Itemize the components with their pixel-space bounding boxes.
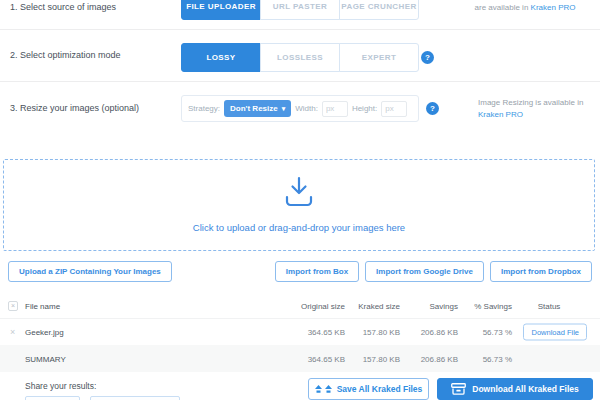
tab-file-uploader[interactable]: FILE UPLOADER bbox=[181, 0, 261, 20]
mode-section-label: 2. Select optimization mode bbox=[10, 50, 121, 60]
width-input[interactable] bbox=[322, 101, 348, 117]
chevron-down-icon bbox=[282, 104, 286, 113]
tab-url-paster[interactable]: URL PASTER bbox=[260, 0, 340, 20]
tab-page-cruncher[interactable]: PAGE CRUNCHER bbox=[339, 0, 419, 20]
section-divider bbox=[0, 81, 600, 82]
table-header: File name Original size Kraked size Savi… bbox=[0, 293, 600, 318]
summary-kraked-size: 157.80 KB bbox=[363, 354, 400, 363]
save-cloud-arrows-icon bbox=[315, 384, 332, 395]
header-status: Status bbox=[510, 301, 588, 310]
pro-note-top-text: are available in bbox=[475, 3, 529, 12]
table-row: Geeker.jpg 364.65 KB 157.80 KB 206.86 KB… bbox=[0, 318, 600, 345]
row-savings: 206.86 KB bbox=[421, 328, 458, 337]
resize-controls: Strategy: Don't Resize Width: Height: bbox=[181, 95, 419, 122]
kraken-pro-link-resize[interactable]: Kraken PRO bbox=[478, 110, 523, 119]
section-divider bbox=[0, 29, 600, 30]
download-all-label: Download All Kraked Files bbox=[472, 384, 578, 394]
strategy-label: Strategy: bbox=[188, 104, 220, 113]
pro-note-resize: Image Resizing is available in Kraken PR… bbox=[478, 97, 593, 121]
source-section-label: 1. Select source of images bbox=[10, 2, 116, 12]
summary-label: SUMMARY bbox=[25, 354, 66, 363]
share-results-label: Share your results: bbox=[25, 381, 96, 391]
tab-lossless[interactable]: LOSSLESS bbox=[260, 43, 340, 72]
save-all-kraked-files-button[interactable]: Save All Kraked Files bbox=[308, 378, 429, 400]
download-file-button[interactable]: Download File bbox=[523, 324, 587, 341]
row-file-name: Geeker.jpg bbox=[25, 328, 64, 337]
header-savings: Savings bbox=[430, 301, 458, 310]
height-label: Height: bbox=[352, 104, 377, 113]
import-dropbox-button[interactable]: Import from Dropbox bbox=[490, 261, 592, 282]
header-pct-savings: % Savings bbox=[474, 301, 512, 310]
upload-zip-button[interactable]: Upload a ZIP Containing Your Images bbox=[8, 261, 172, 282]
tab-expert[interactable]: EXPERT bbox=[339, 43, 419, 72]
height-input[interactable] bbox=[381, 101, 407, 117]
row-pct-savings: 56.73 % bbox=[483, 328, 512, 337]
upload-instruction: Click to upload or drag-and-drop your im… bbox=[4, 222, 594, 233]
tab-lossy[interactable]: LOSSY bbox=[181, 43, 261, 72]
strategy-value: Don't Resize bbox=[230, 104, 278, 113]
remove-file-icon[interactable] bbox=[10, 327, 15, 337]
header-original-size: Original size bbox=[301, 301, 345, 310]
row-kraked-size: 157.80 KB bbox=[363, 328, 400, 337]
resize-section-label: 3. Resize your images (optional) bbox=[10, 103, 139, 113]
clear-all-icon[interactable] bbox=[8, 301, 18, 311]
resize-help-icon[interactable] bbox=[426, 102, 439, 115]
header-file-name: File name bbox=[25, 301, 60, 310]
download-arrow-icon bbox=[280, 176, 318, 208]
pro-note-top: are available in Kraken PRO bbox=[455, 3, 595, 12]
import-box-button[interactable]: Import from Box bbox=[275, 261, 359, 282]
save-all-label: Save All Kraked Files bbox=[337, 384, 423, 394]
archive-box-icon bbox=[451, 383, 466, 395]
download-all-kraked-files-button[interactable]: Download All Kraked Files bbox=[437, 378, 593, 400]
kraken-optimizer-page: 1. Select source of images FILE UPLOADER… bbox=[0, 0, 600, 400]
summary-original-size: 364.65 KB bbox=[308, 354, 345, 363]
pro-note-resize-text: Image Resizing is available in bbox=[478, 98, 583, 107]
share-button-partial[interactable] bbox=[90, 396, 180, 400]
width-label: Width: bbox=[295, 104, 318, 113]
share-button-partial[interactable] bbox=[25, 396, 80, 400]
import-buttons: Import from Box Import from Google Drive… bbox=[275, 261, 592, 282]
import-google-drive-button[interactable]: Import from Google Drive bbox=[365, 261, 484, 282]
header-kraked-size: Kraked size bbox=[358, 301, 400, 310]
summary-pct-savings: 56.73 % bbox=[483, 354, 512, 363]
row-original-size: 364.65 KB bbox=[308, 328, 345, 337]
upload-dropzone[interactable]: Click to upload or drag-and-drop your im… bbox=[3, 159, 595, 251]
kraken-pro-link-top[interactable]: Kraken PRO bbox=[531, 3, 576, 12]
source-tabs: FILE UPLOADER URL PASTER PAGE CRUNCHER bbox=[181, 0, 419, 20]
mode-tabs: LOSSY LOSSLESS EXPERT bbox=[181, 43, 419, 72]
strategy-dropdown[interactable]: Don't Resize bbox=[224, 100, 291, 117]
summary-savings: 206.86 KB bbox=[421, 354, 458, 363]
mode-help-icon[interactable] bbox=[421, 51, 434, 64]
table-summary-row: SUMMARY 364.65 KB 157.80 KB 206.86 KB 56… bbox=[0, 345, 600, 372]
